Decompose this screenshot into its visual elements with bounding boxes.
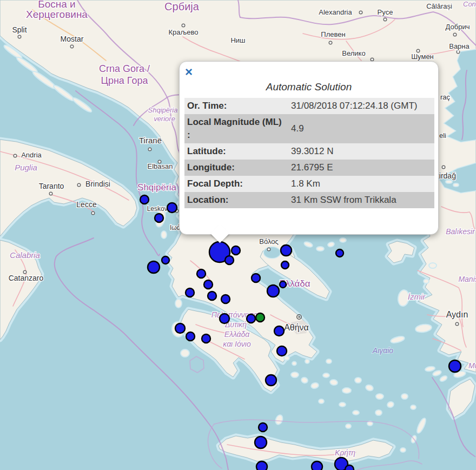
- field-label: Local Magnitude (ML) :: [184, 114, 288, 143]
- city-dot: [49, 192, 52, 195]
- region-label: Κρήτη: [335, 448, 355, 457]
- earthquake-marker[interactable]: [281, 261, 289, 269]
- table-row: Longitude: 21.6795 E: [184, 160, 434, 176]
- city-label: Ниш: [230, 36, 245, 44]
- earthquake-marker[interactable]: [345, 465, 354, 470]
- earthquake-marker[interactable]: [162, 256, 169, 264]
- field-value: 1.8 Km: [288, 176, 434, 192]
- region-label: Ελλάδα: [224, 330, 250, 339]
- country-label: Crna Gora /: [99, 63, 150, 74]
- earthquake-marker[interactable]: [220, 314, 229, 323]
- city-label: Catanzaro: [9, 274, 44, 282]
- table-row: Location: 31 Km SSW from Trikkala: [184, 192, 434, 208]
- country-label: Србија: [164, 1, 200, 12]
- region-label: Balıkesir: [446, 227, 475, 236]
- country-label: Херцеговина: [26, 9, 88, 20]
- city-dot: [70, 45, 74, 48]
- city-label: Brindisi: [85, 180, 110, 188]
- earthquake-marker[interactable]: [167, 203, 177, 213]
- earthquake-marker[interactable]: [221, 295, 230, 303]
- city-label: Шумен: [411, 52, 434, 61]
- city-label: Alexandria: [319, 8, 352, 16]
- popup-close-button[interactable]: ×: [185, 67, 193, 77]
- earthquake-marker[interactable]: [208, 292, 216, 300]
- earthquake-marker[interactable]: [225, 256, 234, 264]
- earthquake-marker[interactable]: [186, 288, 194, 297]
- earthquake-marker[interactable]: [267, 285, 279, 297]
- earthquake-marker[interactable]: [256, 461, 267, 470]
- city-label: Split: [12, 25, 27, 34]
- field-label: Focal Depth:: [184, 176, 288, 192]
- earthquake-marker[interactable]: [280, 281, 286, 288]
- earthquake-marker[interactable]: [449, 360, 461, 372]
- city-label: Βόλος: [259, 237, 278, 246]
- city-dot: [416, 49, 420, 52]
- earthquake-marker[interactable]: [312, 461, 322, 470]
- earthquake-marker[interactable]: [259, 423, 267, 432]
- field-value: 31/08/2018 07:12:24.18 (GMT): [288, 98, 434, 114]
- city-dot: [371, 58, 374, 61]
- country-label: Црна Гора: [101, 75, 149, 86]
- city-label: Andria: [21, 151, 42, 159]
- city-dot: [359, 11, 362, 14]
- city-dot: [18, 35, 21, 38]
- earthquake-marker[interactable]: [148, 261, 160, 273]
- city-label: Aydın: [446, 310, 468, 319]
- city-dot: [148, 148, 151, 151]
- city-label: Плевен: [321, 30, 345, 38]
- map-canvas[interactable]: Босна иХерцеговинаСрбијаCrna Gora /Црна …: [0, 0, 476, 470]
- earthquake-marker[interactable]: [247, 314, 255, 323]
- earthquake-marker[interactable]: [202, 334, 210, 343]
- table-row: Local Magnitude (ML) : 4.9: [184, 114, 434, 143]
- city-label: Elbasan: [148, 162, 173, 170]
- city-label: Велико: [342, 49, 365, 57]
- field-value: 39.3012 N: [288, 143, 434, 160]
- earthquake-marker[interactable]: [266, 375, 276, 386]
- popup-title: Automatic Solution: [180, 81, 438, 93]
- city-dot: [91, 211, 95, 215]
- earthquake-marker[interactable]: [274, 326, 284, 336]
- earthquake-marker[interactable]: [232, 246, 240, 255]
- field-value: 21.6795 E: [288, 160, 434, 176]
- city-dot: [14, 154, 17, 157]
- city-dot: [442, 166, 445, 169]
- city-label: Краљево: [168, 28, 198, 36]
- city-label: Αθήνα: [284, 323, 309, 332]
- city-label: eli: [439, 131, 446, 140]
- city-label: Mostar: [61, 35, 84, 43]
- earthquake-marker[interactable]: [175, 323, 185, 333]
- earthquake-marker[interactable]: [255, 436, 267, 448]
- region-label: Puglia: [15, 163, 37, 172]
- table-row: Focal Depth: 1.8 Km: [184, 176, 434, 192]
- field-label: Or. Time:: [184, 98, 288, 114]
- earthquake-marker[interactable]: [204, 280, 213, 289]
- field-label: Longitude:: [184, 160, 288, 176]
- earthquake-marker[interactable]: [186, 332, 195, 341]
- region-label: Constanța: [463, 0, 476, 8]
- city-ring-icon: [298, 316, 300, 317]
- earthquake-marker[interactable]: [140, 195, 149, 204]
- city-label: Lecce: [76, 200, 97, 209]
- earthquake-marker[interactable]: [256, 313, 265, 322]
- table-row: Or. Time: 31/08/2018 07:12:24.18 (GMT): [184, 98, 434, 114]
- city-dot: [329, 41, 332, 44]
- city-dot: [453, 33, 457, 36]
- city-dot: [455, 322, 459, 326]
- region-label: veriore: [154, 115, 175, 123]
- city-dot: [23, 270, 27, 274]
- earthquake-marker[interactable]: [197, 269, 206, 278]
- region-label: Muğla: [468, 361, 476, 370]
- city-label: Добрич: [446, 23, 470, 31]
- city-label: raç: [440, 93, 451, 101]
- city-label: Taranto: [39, 182, 64, 190]
- earthquake-marker[interactable]: [155, 214, 163, 222]
- earthquake-marker[interactable]: [252, 274, 260, 282]
- earthquake-marker[interactable]: [336, 249, 343, 257]
- city-dot: [267, 248, 270, 251]
- earthquake-marker[interactable]: [277, 346, 287, 356]
- city-dot: [384, 18, 387, 21]
- field-label: Location:: [184, 192, 288, 208]
- earthquake-marker[interactable]: [281, 245, 292, 256]
- city-label: Русе: [378, 8, 393, 16]
- region-label: Manisa: [458, 275, 476, 283]
